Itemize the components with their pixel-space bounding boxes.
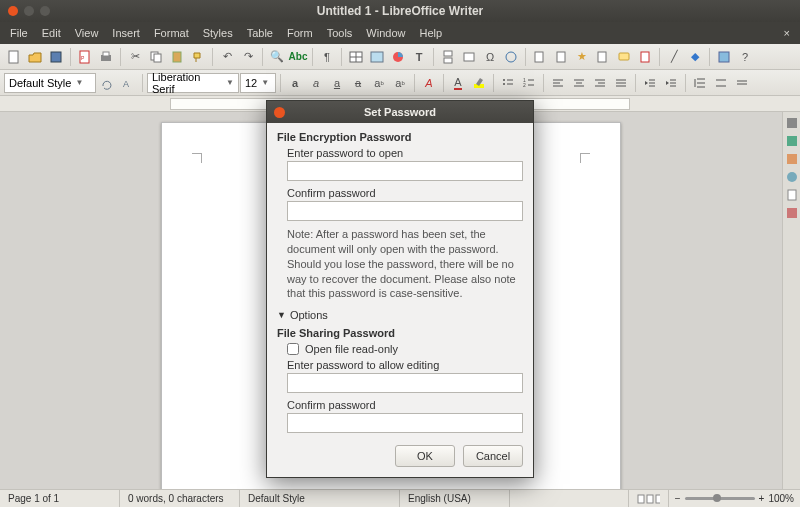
password-open-confirm-input[interactable] bbox=[287, 201, 523, 221]
hyperlink-icon[interactable] bbox=[501, 47, 521, 67]
svg-rect-14 bbox=[444, 51, 452, 56]
status-lang[interactable]: English (USA) bbox=[400, 490, 510, 507]
para-spacing-inc-icon[interactable] bbox=[711, 73, 731, 93]
subscript-icon[interactable]: ab bbox=[390, 73, 410, 93]
menu-table[interactable]: Table bbox=[241, 25, 279, 41]
highlight-icon[interactable] bbox=[469, 73, 489, 93]
align-right-icon[interactable] bbox=[590, 73, 610, 93]
menu-bar: File Edit View Insert Format Styles Tabl… bbox=[0, 22, 800, 44]
password-open-input[interactable] bbox=[287, 161, 523, 181]
status-page[interactable]: Page 1 of 1 bbox=[0, 490, 120, 507]
window-titlebar: Untitled 1 - LibreOffice Writer bbox=[0, 0, 800, 22]
menu-styles[interactable]: Styles bbox=[197, 25, 239, 41]
sidebar-gallery-icon[interactable] bbox=[785, 152, 799, 166]
align-left-icon[interactable] bbox=[548, 73, 568, 93]
menu-window[interactable]: Window bbox=[360, 25, 411, 41]
bold-icon[interactable]: a bbox=[285, 73, 305, 93]
find-icon[interactable]: 🔍 bbox=[267, 47, 287, 67]
paste-icon[interactable] bbox=[167, 47, 187, 67]
bullets-icon[interactable] bbox=[498, 73, 518, 93]
update-style-icon[interactable] bbox=[97, 73, 117, 93]
zoom-in-icon[interactable]: + bbox=[759, 493, 765, 504]
field-icon[interactable] bbox=[459, 47, 479, 67]
zoom-value[interactable]: 100% bbox=[768, 493, 794, 504]
sidebar-inspector-icon[interactable] bbox=[785, 206, 799, 220]
textbox-icon[interactable]: T bbox=[409, 47, 429, 67]
svg-rect-64 bbox=[787, 208, 797, 218]
menu-help[interactable]: Help bbox=[413, 25, 448, 41]
superscript-icon[interactable]: ab bbox=[369, 73, 389, 93]
new-style-icon[interactable]: A bbox=[118, 73, 138, 93]
status-insert[interactable] bbox=[510, 490, 629, 507]
readonly-checkbox[interactable] bbox=[287, 343, 299, 355]
italic-icon[interactable]: a bbox=[306, 73, 326, 93]
confirm-password-edit-label: Confirm password bbox=[287, 399, 523, 411]
status-style[interactable]: Default Style bbox=[240, 490, 400, 507]
sidebar-properties-icon[interactable] bbox=[785, 116, 799, 130]
font-name-select[interactable]: Liberation Serif ▼ bbox=[147, 73, 239, 93]
table-icon[interactable] bbox=[346, 47, 366, 67]
chart-icon[interactable] bbox=[388, 47, 408, 67]
line-spacing-icon[interactable] bbox=[690, 73, 710, 93]
special-char-icon[interactable]: Ω bbox=[480, 47, 500, 67]
print-icon[interactable] bbox=[96, 47, 116, 67]
bookmark-icon[interactable]: ★ bbox=[572, 47, 592, 67]
line-icon[interactable]: ╱ bbox=[664, 47, 684, 67]
draw-functions-icon[interactable] bbox=[714, 47, 734, 67]
footnote-icon[interactable] bbox=[530, 47, 550, 67]
font-color-icon[interactable]: A bbox=[448, 73, 468, 93]
align-justify-icon[interactable] bbox=[611, 73, 631, 93]
outdent-icon[interactable] bbox=[640, 73, 660, 93]
nonprint-icon[interactable]: ¶ bbox=[317, 47, 337, 67]
undo-icon[interactable]: ↶ bbox=[217, 47, 237, 67]
para-style-select[interactable]: Default Style ▼ bbox=[4, 73, 96, 93]
sidebar-navigator-icon[interactable] bbox=[785, 170, 799, 184]
password-edit-confirm-input[interactable] bbox=[287, 413, 523, 433]
options-toggle[interactable]: ▼ Options bbox=[277, 309, 523, 321]
para-spacing-dec-icon[interactable] bbox=[732, 73, 752, 93]
sidebar-styles-icon[interactable] bbox=[785, 134, 799, 148]
status-view-icons[interactable] bbox=[629, 490, 669, 507]
indent-icon[interactable] bbox=[661, 73, 681, 93]
help-icon[interactable]: ? bbox=[735, 47, 755, 67]
clear-format-icon[interactable]: A bbox=[419, 73, 439, 93]
dialog-titlebar[interactable]: Set Password bbox=[267, 101, 533, 123]
svg-rect-60 bbox=[787, 136, 797, 146]
menu-edit[interactable]: Edit bbox=[36, 25, 67, 41]
open-icon[interactable] bbox=[25, 47, 45, 67]
redo-icon[interactable]: ↷ bbox=[238, 47, 258, 67]
menu-form[interactable]: Form bbox=[281, 25, 319, 41]
strike-icon[interactable]: a bbox=[348, 73, 368, 93]
ok-button[interactable]: OK bbox=[395, 445, 455, 467]
image-icon[interactable] bbox=[367, 47, 387, 67]
status-words[interactable]: 0 words, 0 characters bbox=[120, 490, 240, 507]
align-center-icon[interactable] bbox=[569, 73, 589, 93]
save-icon[interactable] bbox=[46, 47, 66, 67]
export-pdf-icon[interactable]: P bbox=[75, 47, 95, 67]
new-icon[interactable] bbox=[4, 47, 24, 67]
page-break-icon[interactable] bbox=[438, 47, 458, 67]
zoom-out-icon[interactable]: − bbox=[675, 493, 681, 504]
menu-view[interactable]: View bbox=[69, 25, 105, 41]
cancel-button[interactable]: Cancel bbox=[463, 445, 523, 467]
sidebar-page-icon[interactable] bbox=[785, 188, 799, 202]
menu-insert[interactable]: Insert bbox=[106, 25, 146, 41]
spellcheck-icon[interactable]: Abc bbox=[288, 47, 308, 67]
trackchanges-icon[interactable] bbox=[635, 47, 655, 67]
endnote-icon[interactable] bbox=[551, 47, 571, 67]
menu-file[interactable]: File bbox=[4, 25, 34, 41]
menu-format[interactable]: Format bbox=[148, 25, 195, 41]
copy-icon[interactable] bbox=[146, 47, 166, 67]
crossref-icon[interactable] bbox=[593, 47, 613, 67]
doc-close-icon[interactable]: × bbox=[778, 25, 796, 41]
password-edit-input[interactable] bbox=[287, 373, 523, 393]
clone-format-icon[interactable] bbox=[188, 47, 208, 67]
font-size-select[interactable]: 12 ▼ bbox=[240, 73, 276, 93]
comment-icon[interactable] bbox=[614, 47, 634, 67]
underline-icon[interactable]: a bbox=[327, 73, 347, 93]
zoom-slider[interactable] bbox=[685, 497, 755, 500]
menu-tools[interactable]: Tools bbox=[321, 25, 359, 41]
numbering-icon[interactable]: 12 bbox=[519, 73, 539, 93]
cut-icon[interactable]: ✂ bbox=[125, 47, 145, 67]
shapes-icon[interactable]: ◆ bbox=[685, 47, 705, 67]
